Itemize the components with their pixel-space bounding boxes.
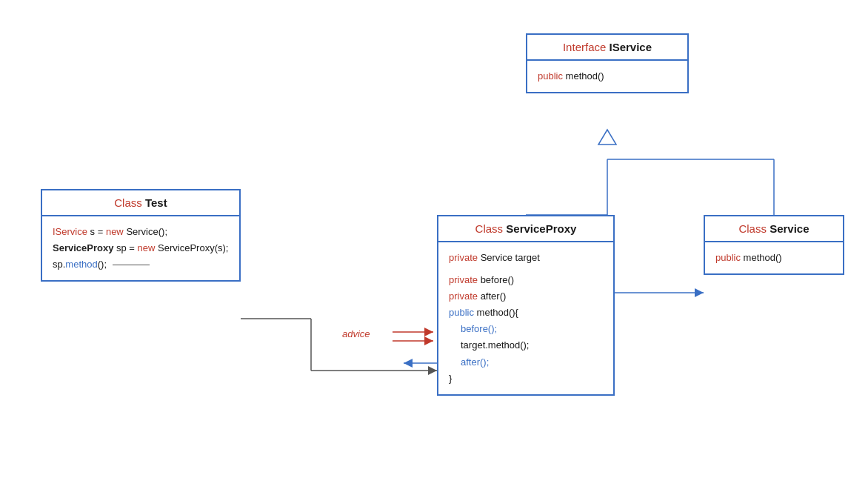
class-test-body: IService s = new Service(); ServiceProxy… [42, 216, 239, 280]
interface-iservice-body: public method() [527, 61, 687, 92]
class-test-box: Class Test IService s = new Service(); S… [41, 189, 241, 282]
interface-keyword: Interface [563, 41, 606, 53]
class-kw-test: Class [114, 196, 145, 209]
svg-marker-12 [424, 336, 433, 345]
svg-marker-16 [695, 288, 704, 297]
interface-iservice-header: Interface IService [527, 35, 687, 61]
sp-close-brace: } [449, 371, 603, 387]
class-serviceproxy-header: Class ServiceProxy [438, 216, 613, 242]
class-service-header: Class Service [705, 216, 843, 242]
sp-method-sig: public method(){ [449, 305, 603, 321]
svg-marker-2 [598, 130, 616, 145]
test-line-2: ServiceProxy sp = new ServiceProxy(s); [53, 240, 229, 256]
sp-spacer [449, 266, 603, 272]
sp-target-call: target.method(); [449, 337, 603, 353]
service-method: method() [744, 252, 782, 263]
class-test-name: Test [145, 196, 167, 209]
class-kw-service: Class [738, 222, 769, 235]
class-service-box: Class Service public method() [704, 215, 844, 275]
class-serviceproxy-body: private Service target private before() … [438, 242, 613, 394]
advice-label: advice [342, 328, 370, 339]
test-line-1: IService s = new Service(); [53, 224, 229, 240]
sp-before-call: before(); [449, 321, 603, 337]
method-text-1: method() [566, 70, 604, 82]
class-kw-sp: Class [475, 222, 507, 235]
svg-marker-14 [404, 359, 413, 368]
public-kw-1: public [538, 70, 566, 82]
test-line-3: sp.method(); [53, 256, 229, 273]
svg-marker-8 [428, 366, 437, 375]
advice-text: advice [342, 328, 370, 339]
interface-iservice-box: Interface IService public method() [526, 33, 689, 93]
sp-before: private before() [449, 272, 603, 288]
diagram-container: Interface IService public method() Class… [0, 0, 868, 478]
class-test-header: Class Test [42, 190, 239, 216]
sp-after-call: after(); [449, 354, 603, 371]
sp-field: private Service target [449, 250, 603, 266]
svg-marker-10 [424, 328, 433, 336]
class-serviceproxy-box: Class ServiceProxy private Service targe… [437, 215, 615, 396]
class-service-body: public method() [705, 242, 843, 273]
class-service-name: Service [769, 222, 809, 235]
service-public-kw: public [715, 252, 744, 263]
sp-after: private after() [449, 288, 603, 305]
class-serviceproxy-name: ServiceProxy [506, 222, 576, 235]
interface-iservice-name: IService [610, 41, 652, 53]
